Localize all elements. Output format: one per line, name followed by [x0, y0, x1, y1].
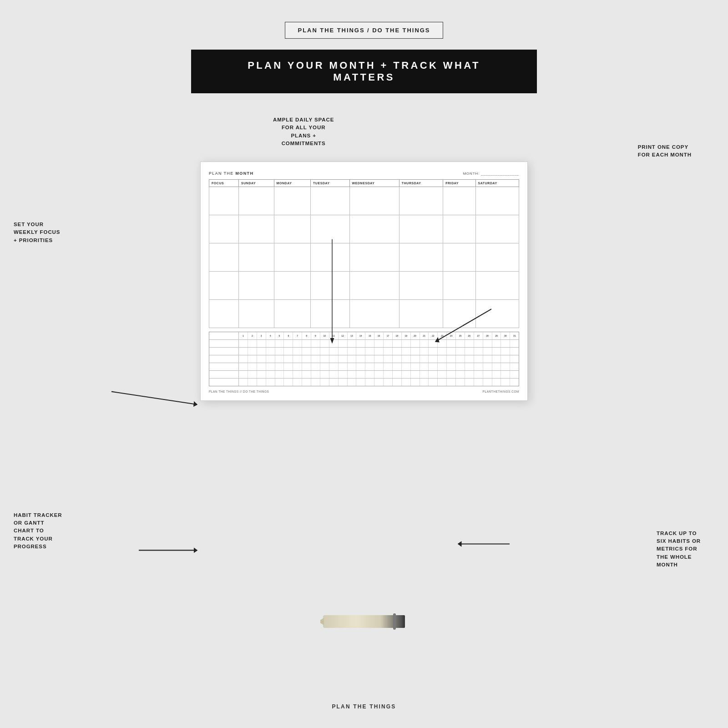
habit-track-cell: [302, 348, 311, 355]
habit-track-cell: [239, 379, 248, 386]
habit-track-cell: [266, 340, 275, 347]
habit-track-cell: [266, 348, 275, 355]
habit-track-cell: [420, 379, 429, 386]
habit-track-cell: [411, 379, 420, 386]
focus-cell: [209, 187, 239, 215]
pen: [323, 615, 405, 628]
habit-track-cell: [492, 379, 501, 386]
habit-track-cell: [465, 340, 474, 347]
habit-track-cell: [474, 363, 483, 370]
habit-track-cell: [501, 363, 510, 370]
day-cell: [274, 300, 310, 328]
day-cell: [311, 272, 350, 300]
habit-track-cell: [239, 371, 248, 378]
habit-track-cell: [348, 355, 357, 363]
habit-day-number: 6: [284, 332, 293, 339]
habit-track-cell: [384, 355, 393, 363]
day-cell: [475, 243, 519, 272]
habit-label-cell: [209, 355, 239, 363]
habit-track-cell: [374, 340, 384, 347]
col-monday: MONDAY: [274, 180, 310, 187]
habit-track-cell: [311, 340, 320, 347]
day-cell: [311, 215, 350, 243]
habit-track-cell: [402, 379, 411, 386]
habit-track-cell: [302, 371, 311, 378]
habit-days-header: 1234567891011121314151617181920212223242…: [239, 332, 519, 339]
habit-track-cell: [365, 379, 374, 386]
habit-track-cell: [474, 355, 483, 363]
habit-label-cell: [209, 340, 239, 347]
habit-day-number: 25: [456, 332, 465, 339]
habit-track-cell: [348, 379, 357, 386]
habit-track-cell: [248, 363, 257, 370]
habit-track-cell: [429, 371, 438, 378]
habit-track-cell: [501, 355, 510, 363]
habit-day-number: 24: [447, 332, 456, 339]
day-cell: [239, 272, 274, 300]
habit-track-cell: [456, 371, 465, 378]
habit-label-header: [209, 332, 239, 339]
habit-track-cell: [320, 348, 329, 355]
habit-track-cell: [474, 348, 483, 355]
habit-days-row: [239, 379, 519, 386]
day-cell: [443, 243, 475, 272]
habit-track-cell: [501, 340, 510, 347]
day-cell: [443, 215, 475, 243]
habit-track-cell: [438, 340, 447, 347]
habit-track-cell: [356, 371, 365, 378]
habit-track-cell: [510, 340, 519, 347]
habit-track-cell: [348, 363, 357, 370]
habit-track-cell: [248, 355, 257, 363]
day-cell: [311, 300, 350, 328]
col-wednesday: WEDNESDAY: [349, 180, 399, 187]
habit-track-cell: [420, 340, 429, 347]
focus-cell: [209, 243, 239, 272]
habit-track-cell: [311, 355, 320, 363]
habit-track-cell: [510, 348, 519, 355]
habit-track-cell: [447, 348, 456, 355]
habit-track-cell: [239, 355, 248, 363]
habit-track-cell: [320, 363, 329, 370]
habit-track-cell: [510, 379, 519, 386]
habit-track-cell: [411, 363, 420, 370]
habit-track-cell: [384, 379, 393, 386]
col-friday: FRIDAY: [443, 180, 475, 187]
habit-days-row: [239, 348, 519, 355]
table-row: [209, 300, 519, 328]
habit-track-cell: [402, 371, 411, 378]
habit-track-cell: [492, 340, 501, 347]
habit-tracker: 1234567891011121314151617181920212223242…: [209, 332, 519, 386]
planner-month-field: MONTH: ________________: [463, 172, 519, 176]
habit-track-cell: [393, 379, 402, 386]
habit-track-cell: [393, 371, 402, 378]
habit-data-row: [209, 379, 519, 386]
day-cell: [239, 187, 274, 215]
habit-day-number: 14: [356, 332, 365, 339]
habit-track-cell: [465, 371, 474, 378]
focus-cell: [209, 300, 239, 328]
habit-data-row: [209, 371, 519, 379]
habit-track-cell: [356, 348, 365, 355]
habit-day-number: 8: [302, 332, 311, 339]
habit-data-row: [209, 348, 519, 355]
planner-title: PLAN THE MONTH: [209, 171, 253, 176]
habit-track-cell: [248, 371, 257, 378]
habit-track-cell: [492, 348, 501, 355]
habit-label-cell: [209, 363, 239, 370]
habit-track-cell: [293, 371, 302, 378]
habit-track-cell: [429, 363, 438, 370]
day-cell: [274, 187, 310, 215]
habit-label-cell: [209, 348, 239, 355]
habit-track-cell: [356, 363, 365, 370]
habit-track-cell: [348, 340, 357, 347]
habit-track-cell: [510, 371, 519, 378]
habit-track-cell: [257, 355, 266, 363]
habit-track-cell: [438, 379, 447, 386]
habit-track-cell: [456, 363, 465, 370]
habit-day-number: 19: [402, 332, 411, 339]
habit-track-cell: [329, 379, 339, 386]
habit-track-cell: [284, 348, 293, 355]
habit-track-cell: [257, 363, 266, 370]
habit-track-cell: [275, 355, 284, 363]
habit-track-cell: [447, 371, 456, 378]
